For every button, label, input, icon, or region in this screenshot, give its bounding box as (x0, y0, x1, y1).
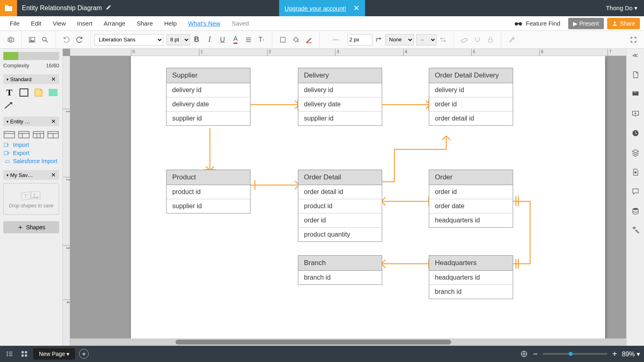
menu-share[interactable]: Share (131, 20, 158, 27)
salesforce-link[interactable]: Salesforce Import (3, 158, 59, 164)
close-icon[interactable]: ✕ (51, 76, 56, 82)
entity-attr: supplier id (167, 199, 250, 213)
search-icon[interactable] (39, 34, 51, 45)
close-icon[interactable]: ✕ (51, 172, 56, 178)
menu-help[interactable]: Help (158, 20, 182, 27)
share-button[interactable]: Share (607, 18, 640, 29)
present-icon[interactable] (630, 108, 641, 119)
rename-icon[interactable] (106, 4, 111, 12)
present-button[interactable]: ▶ Present (568, 18, 603, 29)
fill-bucket-icon[interactable] (290, 34, 302, 45)
line-width-input[interactable] (347, 34, 372, 45)
er-shape-3[interactable] (32, 129, 45, 140)
data-icon[interactable] (630, 205, 641, 217)
grid-icon[interactable] (19, 348, 30, 360)
lock-icon[interactable] (485, 34, 496, 45)
outline-icon[interactable] (4, 348, 15, 360)
fill-rect-shape[interactable] (47, 87, 59, 98)
group-entity[interactable]: ▾Entity …✕ (3, 116, 59, 126)
wrench-icon[interactable] (506, 34, 518, 45)
entity-order[interactable]: Order order id order date headquarters i… (429, 170, 513, 228)
line-end-left[interactable]: None (385, 34, 414, 45)
entity-delivery[interactable]: Delivery delivery id delivery date suppl… (298, 68, 382, 126)
text-color-icon[interactable]: A (230, 34, 241, 45)
history-icon[interactable] (630, 127, 641, 139)
drop-shapes-area[interactable]: T Drop shapes to save (3, 183, 59, 215)
font-size-select[interactable]: 8 pt (167, 34, 190, 45)
shape-fill-icon[interactable] (277, 34, 289, 45)
group-saved[interactable]: ▾My Sav…✕ (3, 170, 59, 180)
menu-file[interactable]: File (4, 20, 25, 27)
entity-product[interactable]: Product product id supplier id (166, 170, 250, 213)
shapes-button[interactable]: ＋Shapes (3, 221, 59, 233)
zoom-fit-icon[interactable] (518, 348, 530, 360)
zoom-slider[interactable] (543, 353, 608, 355)
arrow-shape[interactable] (3, 100, 15, 111)
page-icon[interactable] (630, 69, 641, 80)
underline-icon[interactable]: U (217, 34, 228, 45)
redo-icon[interactable] (74, 34, 85, 45)
rect-shape[interactable] (18, 87, 30, 98)
page-tab[interactable]: New Page ▾ (33, 348, 75, 360)
chat-icon[interactable] (630, 186, 641, 197)
line-path-icon[interactable] (373, 34, 385, 45)
text-shape[interactable]: T (3, 87, 15, 98)
canvas[interactable]: Supplier delivery id delivery date suppl… (70, 56, 626, 338)
align-icon[interactable] (243, 34, 254, 45)
gear-icon[interactable] (5, 34, 16, 45)
font-select[interactable]: Liberation Sans (94, 34, 163, 45)
collapse-icon[interactable]: ≪ (632, 52, 638, 58)
bold-icon[interactable]: B (191, 34, 202, 45)
entity-headquarters[interactable]: Headquarters headquarters id branch id (429, 255, 513, 299)
import-link[interactable]: Import (3, 142, 59, 148)
app-logo[interactable] (0, 0, 17, 16)
entity-order-detail[interactable]: Order Detail order detail id product id … (298, 170, 382, 242)
entity-title: Headquarters (429, 256, 513, 271)
swap-ends-icon[interactable] (437, 34, 449, 45)
undo-icon[interactable] (61, 34, 72, 45)
close-icon[interactable]: ✕ (353, 4, 359, 13)
menu-edit[interactable]: Edit (25, 20, 47, 27)
link-icon[interactable] (459, 34, 470, 45)
image-icon[interactable] (26, 34, 38, 45)
document-title[interactable]: Entity Relationship Diagram (22, 4, 102, 12)
close-icon[interactable]: ✕ (51, 118, 56, 125)
er-shape-2[interactable] (18, 129, 30, 140)
page[interactable]: Supplier delivery id delivery date suppl… (131, 56, 605, 338)
fullscreen-icon[interactable] (628, 34, 639, 45)
italic-icon[interactable]: I (204, 34, 215, 45)
layers-icon[interactable] (630, 147, 641, 158)
svg-rect-55 (9, 356, 13, 356)
er-shape-4[interactable] (47, 129, 59, 140)
menu-whatsnew[interactable]: What's New (182, 20, 226, 27)
group-standard[interactable]: ▾Standard✕ (3, 74, 59, 84)
comment-icon[interactable]: "" (630, 88, 641, 100)
menu-insert[interactable]: Insert (71, 20, 98, 27)
entity-branch[interactable]: Branch branch id (298, 255, 382, 285)
line-end-right[interactable]: → (416, 34, 436, 45)
export-link[interactable]: Export (3, 150, 59, 156)
line-style-icon[interactable] (325, 34, 347, 45)
feature-find[interactable]: Feature Find (514, 20, 560, 27)
note-shape[interactable] (32, 87, 45, 98)
svg-point-48 (634, 171, 636, 173)
magnet-icon[interactable] (472, 34, 483, 45)
add-page-button[interactable]: ＋ (79, 349, 89, 359)
text-size-icon[interactable]: T↕ (256, 34, 267, 45)
ruler-horizontal: 0 1 2 3 4 5 6 7 (70, 49, 626, 56)
user-menu[interactable]: Thong Do ▾ (606, 4, 638, 12)
canvas-scrollbar[interactable] (70, 338, 626, 346)
entity-order-detail-delivery[interactable]: Order Detail Delivery delivery id order … (429, 68, 513, 126)
menu-arrange[interactable]: Arrange (98, 20, 131, 27)
wand-icon[interactable] (630, 225, 641, 236)
entity-supplier[interactable]: Supplier delivery id delivery date suppl… (166, 68, 250, 126)
zoom-in-icon[interactable]: + (612, 349, 617, 359)
entity-attr: branch id (298, 271, 382, 284)
border-color-icon[interactable] (303, 34, 315, 45)
menu-view[interactable]: View (47, 20, 71, 27)
master-icon[interactable] (630, 166, 641, 178)
zoom-value[interactable]: 89% ▾ (622, 350, 640, 358)
upgrade-link[interactable]: Upgrade your account! (285, 5, 346, 12)
er-shape-1[interactable] (3, 129, 15, 140)
zoom-out-icon[interactable]: − (533, 349, 538, 359)
